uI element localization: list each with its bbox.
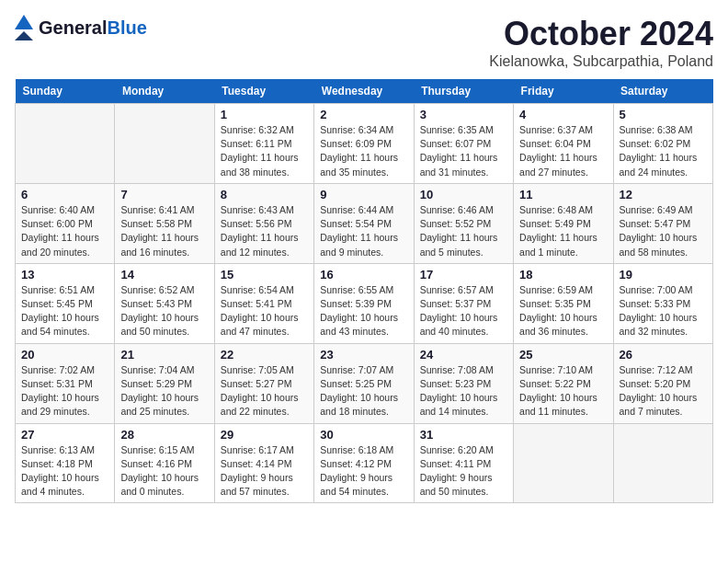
logo: GeneralBlue	[15, 15, 147, 40]
calendar-day-cell: 21Sunrise: 7:04 AM Sunset: 5:29 PM Dayli…	[115, 343, 214, 423]
day-info: Sunrise: 6:38 AM Sunset: 6:02 PM Dayligh…	[620, 123, 707, 179]
calendar-day-cell: 5Sunrise: 6:38 AM Sunset: 6:02 PM Daylig…	[613, 104, 712, 184]
logo-general: General	[39, 17, 107, 38]
day-number: 1	[221, 108, 308, 121]
calendar-day-header: Sunday	[16, 79, 115, 104]
day-info: Sunrise: 6:18 AM Sunset: 4:12 PM Dayligh…	[320, 443, 407, 500]
location-title: Kielanowka, Subcarpathia, Poland	[489, 53, 713, 70]
day-info: Sunrise: 6:35 AM Sunset: 6:07 PM Dayligh…	[420, 123, 507, 179]
day-number: 27	[21, 428, 108, 442]
day-number: 7	[120, 188, 208, 201]
calendar-day-cell	[16, 104, 115, 184]
day-number: 6	[21, 188, 108, 201]
day-info: Sunrise: 6:15 AM Sunset: 4:16 PM Dayligh…	[120, 443, 208, 500]
day-info: Sunrise: 7:08 AM Sunset: 5:23 PM Dayligh…	[420, 363, 507, 419]
calendar-day-cell: 29Sunrise: 6:17 AM Sunset: 4:14 PM Dayli…	[214, 423, 313, 503]
calendar-day-cell: 20Sunrise: 7:02 AM Sunset: 5:31 PM Dayli…	[16, 343, 115, 423]
day-info: Sunrise: 6:40 AM Sunset: 6:00 PM Dayligh…	[21, 203, 108, 259]
day-info: Sunrise: 6:20 AM Sunset: 4:11 PM Dayligh…	[420, 443, 507, 500]
day-number: 5	[620, 108, 707, 121]
month-title: October 2024	[489, 15, 713, 53]
calendar-day-cell: 7Sunrise: 6:41 AM Sunset: 5:58 PM Daylig…	[115, 183, 214, 263]
calendar-day-cell: 27Sunrise: 6:13 AM Sunset: 4:18 PM Dayli…	[16, 423, 115, 503]
day-number: 24	[420, 348, 507, 362]
title-section: October 2024 Kielanowka, Subcarpathia, P…	[489, 15, 713, 70]
calendar-week-row: 13Sunrise: 6:51 AM Sunset: 5:45 PM Dayli…	[16, 263, 713, 343]
day-number: 21	[120, 348, 208, 362]
calendar-day-cell: 16Sunrise: 6:55 AM Sunset: 5:39 PM Dayli…	[314, 263, 414, 343]
day-info: Sunrise: 7:07 AM Sunset: 5:25 PM Dayligh…	[320, 363, 407, 419]
calendar-day-cell: 6Sunrise: 6:40 AM Sunset: 6:00 PM Daylig…	[16, 183, 115, 263]
calendar-day-cell: 12Sunrise: 6:49 AM Sunset: 5:47 PM Dayli…	[613, 183, 712, 263]
day-info: Sunrise: 6:55 AM Sunset: 5:39 PM Dayligh…	[320, 283, 407, 339]
calendar-day-cell: 9Sunrise: 6:44 AM Sunset: 5:54 PM Daylig…	[314, 183, 414, 263]
calendar-day-cell: 18Sunrise: 6:59 AM Sunset: 5:35 PM Dayli…	[514, 263, 613, 343]
day-number: 26	[620, 348, 707, 362]
calendar-header-row: SundayMondayTuesdayWednesdayThursdayFrid…	[16, 79, 713, 104]
calendar-day-cell: 4Sunrise: 6:37 AM Sunset: 6:04 PM Daylig…	[514, 104, 613, 184]
day-number: 11	[519, 188, 607, 201]
day-info: Sunrise: 6:57 AM Sunset: 5:37 PM Dayligh…	[420, 283, 507, 339]
day-number: 30	[320, 428, 407, 442]
day-info: Sunrise: 6:37 AM Sunset: 6:04 PM Dayligh…	[519, 123, 607, 179]
calendar-day-cell	[115, 104, 214, 184]
day-number: 4	[519, 108, 607, 121]
calendar-day-cell: 24Sunrise: 7:08 AM Sunset: 5:23 PM Dayli…	[414, 343, 513, 423]
calendar-day-header: Saturday	[613, 79, 712, 104]
calendar-day-header: Friday	[514, 79, 613, 104]
day-number: 20	[21, 348, 108, 362]
calendar-week-row: 1Sunrise: 6:32 AM Sunset: 6:11 PM Daylig…	[16, 104, 713, 184]
day-number: 22	[221, 348, 308, 362]
day-number: 14	[120, 268, 208, 282]
calendar-day-cell: 8Sunrise: 6:43 AM Sunset: 5:56 PM Daylig…	[214, 183, 313, 263]
day-number: 13	[21, 268, 108, 282]
day-info: Sunrise: 7:04 AM Sunset: 5:29 PM Dayligh…	[120, 363, 208, 419]
day-info: Sunrise: 6:44 AM Sunset: 5:54 PM Dayligh…	[320, 203, 407, 259]
calendar-day-cell	[613, 423, 712, 503]
day-number: 18	[519, 268, 607, 282]
calendar-day-cell: 15Sunrise: 6:54 AM Sunset: 5:41 PM Dayli…	[214, 263, 313, 343]
day-number: 23	[320, 348, 407, 362]
calendar-day-cell: 14Sunrise: 6:52 AM Sunset: 5:43 PM Dayli…	[115, 263, 214, 343]
day-info: Sunrise: 6:41 AM Sunset: 5:58 PM Dayligh…	[120, 203, 208, 259]
calendar-day-cell: 23Sunrise: 7:07 AM Sunset: 5:25 PM Dayli…	[314, 343, 414, 423]
calendar-week-row: 6Sunrise: 6:40 AM Sunset: 6:00 PM Daylig…	[16, 183, 713, 263]
calendar-day-cell: 19Sunrise: 7:00 AM Sunset: 5:33 PM Dayli…	[613, 263, 712, 343]
calendar-day-cell	[514, 423, 613, 503]
day-info: Sunrise: 6:46 AM Sunset: 5:52 PM Dayligh…	[420, 203, 507, 259]
day-number: 29	[221, 428, 308, 442]
calendar-day-cell: 17Sunrise: 6:57 AM Sunset: 5:37 PM Dayli…	[414, 263, 513, 343]
day-number: 19	[620, 268, 707, 282]
day-number: 10	[420, 188, 507, 201]
day-info: Sunrise: 7:05 AM Sunset: 5:27 PM Dayligh…	[221, 363, 308, 419]
day-info: Sunrise: 6:49 AM Sunset: 5:47 PM Dayligh…	[620, 203, 707, 259]
calendar-week-row: 20Sunrise: 7:02 AM Sunset: 5:31 PM Dayli…	[16, 343, 713, 423]
day-number: 2	[320, 108, 407, 121]
day-number: 3	[420, 108, 507, 121]
day-info: Sunrise: 6:34 AM Sunset: 6:09 PM Dayligh…	[320, 123, 407, 179]
calendar-day-cell: 31Sunrise: 6:20 AM Sunset: 4:11 PM Dayli…	[414, 423, 513, 503]
calendar-day-header: Wednesday	[314, 79, 414, 104]
calendar-day-header: Thursday	[414, 79, 513, 104]
day-info: Sunrise: 6:43 AM Sunset: 5:56 PM Dayligh…	[221, 203, 308, 259]
calendar-day-cell: 10Sunrise: 6:46 AM Sunset: 5:52 PM Dayli…	[414, 183, 513, 263]
day-number: 28	[120, 428, 208, 442]
calendar-day-header: Monday	[115, 79, 214, 104]
day-info: Sunrise: 6:17 AM Sunset: 4:14 PM Dayligh…	[221, 443, 308, 500]
day-info: Sunrise: 6:51 AM Sunset: 5:45 PM Dayligh…	[21, 283, 108, 339]
day-number: 15	[221, 268, 308, 282]
calendar-week-row: 27Sunrise: 6:13 AM Sunset: 4:18 PM Dayli…	[16, 423, 713, 503]
calendar-day-cell: 28Sunrise: 6:15 AM Sunset: 4:16 PM Dayli…	[115, 423, 214, 503]
day-number: 17	[420, 268, 507, 282]
calendar-day-cell: 26Sunrise: 7:12 AM Sunset: 5:20 PM Dayli…	[613, 343, 712, 423]
day-number: 8	[221, 188, 308, 201]
day-info: Sunrise: 7:10 AM Sunset: 5:22 PM Dayligh…	[519, 363, 607, 419]
calendar-table: SundayMondayTuesdayWednesdayThursdayFrid…	[15, 79, 713, 503]
day-info: Sunrise: 7:12 AM Sunset: 5:20 PM Dayligh…	[620, 363, 707, 419]
calendar-day-cell: 11Sunrise: 6:48 AM Sunset: 5:49 PM Dayli…	[514, 183, 613, 263]
day-info: Sunrise: 6:48 AM Sunset: 5:49 PM Dayligh…	[519, 203, 607, 259]
day-number: 25	[519, 348, 607, 362]
day-number: 16	[320, 268, 407, 282]
day-info: Sunrise: 6:52 AM Sunset: 5:43 PM Dayligh…	[120, 283, 208, 339]
day-number: 12	[620, 188, 707, 201]
